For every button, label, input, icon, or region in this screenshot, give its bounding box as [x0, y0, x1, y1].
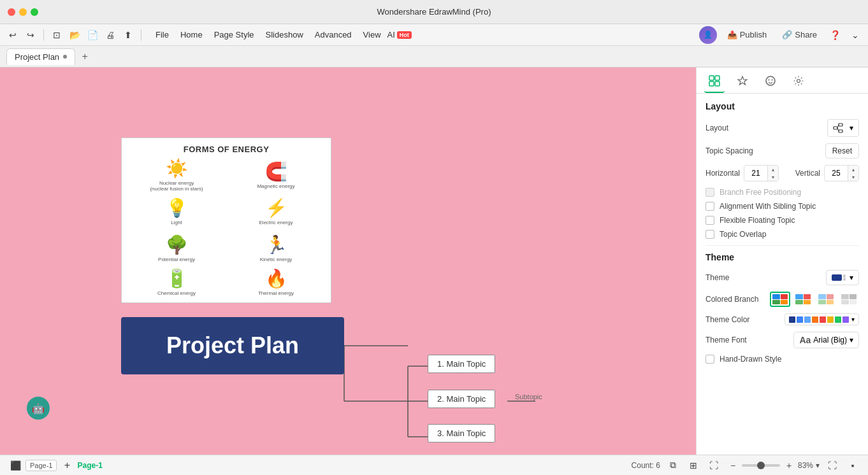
cb-option-1[interactable] [770, 292, 790, 307]
menu-view[interactable]: View [358, 27, 386, 42]
share-label: Share [795, 30, 817, 39]
vertical-input[interactable]: 25 ▴ ▾ [824, 165, 859, 181]
overlap-checkbox[interactable] [705, 230, 714, 239]
magnetic-icon: 🧲 [265, 161, 287, 182]
vertical-down-arrow[interactable]: ▾ [848, 173, 858, 181]
layout-label: Layout [705, 124, 728, 132]
foe-item-chemical: 🔋 Chemical energy [128, 268, 225, 296]
zoom-slider[interactable] [742, 464, 780, 467]
publish-button[interactable]: 📤 Publish [722, 27, 772, 42]
user-avatar[interactable]: 👤 [699, 26, 717, 44]
menu-file[interactable]: File [150, 27, 174, 42]
menu-ai[interactable]: AI Hot [387, 30, 412, 39]
flexible-checkbox[interactable] [705, 216, 714, 225]
topic-node-1[interactable]: 1. Main Topic [428, 355, 495, 373]
color-dot-3 [804, 316, 811, 323]
font-aa-icon: Aa [799, 335, 811, 345]
theme-font-label: Theme Font [705, 336, 747, 344]
menu-page-style[interactable]: Page Style [209, 27, 259, 42]
multi-window-button[interactable]: ⧉ [665, 458, 681, 473]
thermal-label: Thermal energy [258, 290, 294, 296]
theme-preview [832, 274, 846, 281]
undo-button[interactable]: ↩ [5, 27, 20, 43]
publish-label: Publish [740, 30, 767, 39]
minimize-button[interactable] [19, 8, 27, 16]
svg-point-14 [772, 80, 773, 81]
hot-badge: Hot [397, 31, 412, 39]
project-plan-label: Project Plan [166, 332, 299, 359]
svg-point-13 [769, 80, 770, 81]
branch-free-row: Branch Free Positioning [705, 188, 859, 197]
reset-button[interactable]: Reset [825, 143, 859, 159]
toggle-sidebar-button[interactable]: ⬛ [8, 458, 23, 473]
project-plan-box[interactable]: Project Plan [121, 317, 344, 374]
horizontal-input[interactable]: 21 ▴ ▾ [744, 165, 779, 181]
grid-button[interactable]: ⊞ [686, 458, 701, 473]
canvas-svg [0, 67, 696, 455]
add-tab-button[interactable]: + [78, 50, 92, 64]
kinetic-icon: 🏃 [265, 234, 287, 255]
theme-color-palette[interactable]: ▾ [785, 313, 859, 325]
page-1-label: Page-1 [30, 462, 52, 469]
close-button[interactable] [8, 8, 15, 16]
color-dot-7 [835, 316, 841, 323]
topic-node-2[interactable]: 2. Main Topic [428, 390, 495, 408]
topic-spacing-label: Topic Spacing [705, 146, 753, 155]
tab-project-plan[interactable]: Project Plan [6, 48, 75, 65]
panel-toggle-button[interactable]: ▪ [845, 458, 860, 473]
print-button[interactable]: 🖨 [103, 27, 118, 43]
theme-font-row: Theme Font Aa Arial (Big) ▾ [705, 332, 859, 348]
main-area: FORMS OF ENERGY ☀️ Nuclear energy(nuclea… [0, 67, 868, 455]
svg-rect-17 [839, 124, 843, 126]
color-dot-5 [820, 316, 826, 323]
vertical-up-arrow[interactable]: ▴ [848, 166, 858, 173]
horizontal-value[interactable]: 21 [744, 166, 767, 180]
help-button[interactable]: ❓ [827, 27, 843, 43]
alignment-checkbox[interactable] [705, 202, 714, 211]
tab-label: Project Plan [15, 52, 59, 62]
fullscreen-button[interactable]: ⛶ [825, 458, 840, 473]
menu-home[interactable]: Home [175, 27, 208, 42]
menu-slideshow[interactable]: Slideshow [261, 27, 308, 42]
vertical-value[interactable]: 25 [825, 166, 848, 180]
cb-option-4[interactable] [839, 292, 859, 307]
svg-rect-9 [715, 76, 720, 80]
layout-chevron-icon: ▾ [850, 124, 853, 132]
panel-tab-face[interactable] [760, 73, 781, 93]
zoom-in-button[interactable]: + [783, 459, 795, 472]
share-button[interactable]: 🔗 Share [777, 27, 822, 42]
horizontal-up-arrow[interactable]: ▴ [768, 166, 778, 173]
color-dot-6 [827, 316, 834, 323]
open-button[interactable]: 📂 [67, 27, 82, 43]
redo-button[interactable]: ↪ [23, 27, 38, 43]
hand-drawn-checkbox[interactable] [705, 355, 714, 364]
new-window-button[interactable]: ⊡ [49, 27, 64, 43]
page-1-button[interactable]: Page-1 [25, 460, 57, 471]
doc-button[interactable]: 📄 [85, 27, 100, 43]
export-button[interactable]: ⬆ [120, 27, 136, 43]
horizontal-control: Horizontal 21 ▴ ▾ [705, 165, 779, 181]
panel-tab-style[interactable] [732, 73, 753, 93]
ai-assistant-button[interactable]: 🤖 [27, 397, 50, 420]
panel-tab-settings[interactable] [788, 73, 809, 93]
font-dropdown[interactable]: Aa Arial (Big) ▾ [793, 332, 859, 348]
layout-dropdown[interactable]: ▾ [827, 119, 859, 137]
zoom-out-button[interactable]: − [727, 459, 739, 472]
zoom-chevron-icon: ▾ [816, 461, 820, 470]
topic-node-3[interactable]: 3. Main Topic [428, 424, 495, 443]
alignment-label: Alignment With Sibling Topic [720, 202, 816, 211]
maximize-button[interactable] [31, 8, 38, 16]
canvas[interactable]: FORMS OF ENERGY ☀️ Nuclear energy(nuclea… [0, 67, 696, 455]
menu-advanced[interactable]: Advanced [310, 27, 357, 42]
add-page-button[interactable]: + [59, 458, 75, 473]
cb-option-2[interactable] [793, 292, 813, 307]
color-dot-1 [789, 316, 795, 323]
color-dot-8 [843, 316, 849, 323]
panel-tab-layout[interactable] [704, 73, 725, 93]
theme-dropdown[interactable]: ▾ [826, 270, 859, 285]
horizontal-down-arrow[interactable]: ▾ [768, 173, 778, 181]
fit-button[interactable]: ⛶ [706, 458, 721, 473]
more-button[interactable]: ⌄ [848, 27, 863, 43]
cb-option-3[interactable] [816, 292, 836, 307]
foe-item-light: 💡 Light [128, 195, 225, 229]
